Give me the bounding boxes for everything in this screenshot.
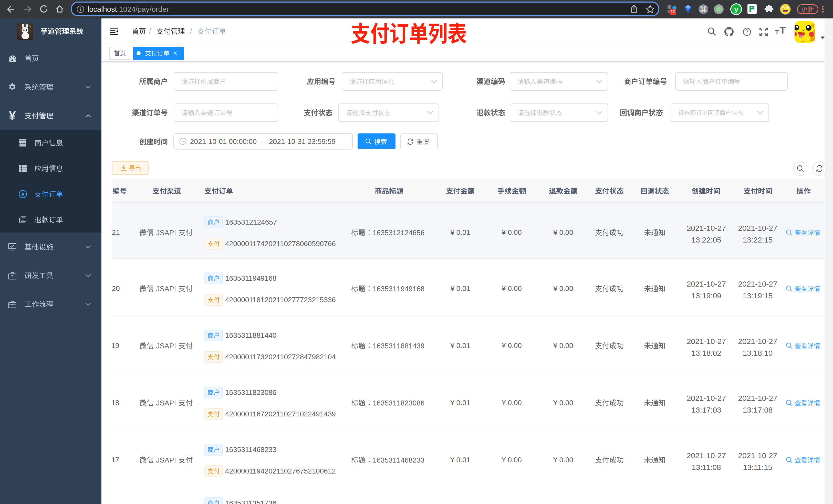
svg-text:y: y xyxy=(734,5,738,13)
svg-text:¥: ¥ xyxy=(21,191,24,197)
